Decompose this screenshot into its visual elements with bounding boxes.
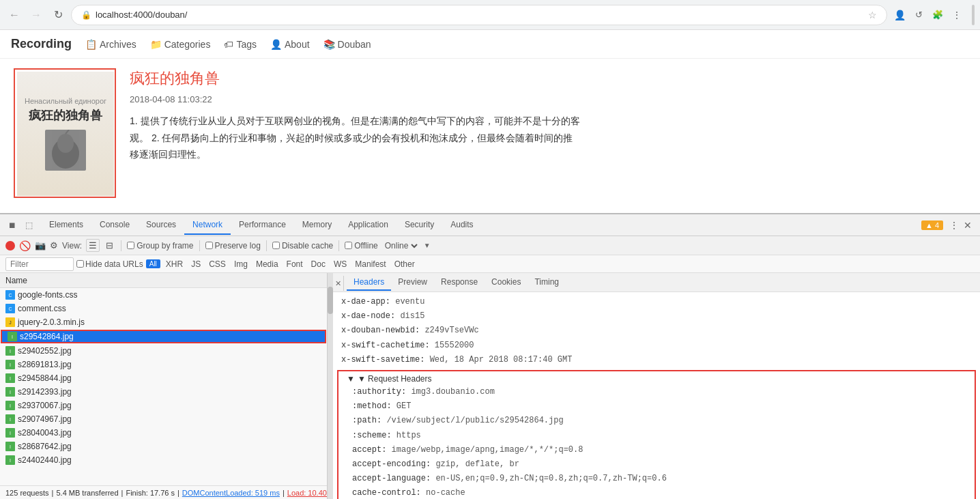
preserve-log-checkbox[interactable] <box>205 242 213 249</box>
reload-button[interactable]: ↻ <box>49 6 67 24</box>
disable-cache-checkbox[interactable] <box>272 242 280 249</box>
header-key: x-dae-node: <box>341 311 400 321</box>
list-item[interactable]: I s29542864.jpg <box>1 330 326 343</box>
tab-sources[interactable]: Sources <box>138 216 184 235</box>
network-status-bar: 125 requests | 5.4 MB transferred | Fini… <box>0 485 327 499</box>
detail-tab-bar: Headers Preview Response Cookies Timing <box>333 273 980 292</box>
filter-input[interactable] <box>5 257 74 271</box>
tab-elements[interactable]: Elements <box>41 216 91 235</box>
file-name: s28040043.jpg <box>18 428 72 438</box>
close-detail-button[interactable]: ✕ <box>333 276 344 291</box>
throttle-select[interactable]: Online <box>382 240 420 251</box>
load-time[interactable]: Load: 10.40 s <box>287 489 328 497</box>
filter-row: Hide data URLs All XHR JS CSS Img Media … <box>0 255 980 273</box>
network-toolbar: 🚫 📷 ⚙ View: ☰ ⊟ Group by frame Preserve … <box>0 236 980 255</box>
detail-tab-preview[interactable]: Preview <box>391 274 434 291</box>
filter-manifest[interactable]: Manifest <box>352 259 388 270</box>
filter-xhr[interactable]: XHR <box>163 259 186 270</box>
filter-css[interactable]: CSS <box>206 259 229 270</box>
menu-icon[interactable]: ⋮ <box>949 7 965 23</box>
header-value: no-cache <box>426 488 465 498</box>
detail-tab-response[interactable]: Response <box>434 274 485 291</box>
record-button[interactable] <box>5 241 15 251</box>
detail-tab-headers[interactable]: Headers <box>347 274 391 291</box>
list-item[interactable]: I s29074967.jpg <box>0 412 327 426</box>
profile-icon[interactable]: 👤 <box>891 7 908 23</box>
nav-about[interactable]: 👤 About <box>270 39 310 50</box>
camera-icon[interactable]: 📷 <box>35 240 46 251</box>
filter-img[interactable]: Img <box>231 259 250 270</box>
list-item[interactable]: J jquery-2.0.3.min.js <box>0 315 327 329</box>
close-devtools-button[interactable]: ✕ <box>961 218 975 232</box>
file-name: s29142393.jpg <box>18 387 72 397</box>
list-item[interactable]: C google-fonts.css <box>0 288 327 302</box>
file-name: comment.css <box>18 304 66 313</box>
list-item[interactable]: I s29458844.jpg <box>0 371 327 385</box>
window-resize-handle <box>972 5 975 25</box>
address-bar[interactable]: 🔒 localhost:4000/douban/ ☆ <box>71 5 887 25</box>
list-item[interactable]: I s28687642.jpg <box>0 440 327 453</box>
list-item[interactable]: I s28691813.jpg <box>0 358 327 371</box>
tab-memory[interactable]: Memory <box>294 216 340 235</box>
header-key: x-swift-savetime: <box>341 355 430 365</box>
filter-ws[interactable]: WS <box>331 259 349 270</box>
more-options-icon[interactable]: ⋮ <box>947 218 961 232</box>
devtools-icon-stop[interactable]: ⏹ <box>5 218 19 232</box>
list-view-button[interactable]: ☰ <box>86 239 100 252</box>
list-item[interactable]: I s24402440.jpg <box>0 453 327 467</box>
tab-network[interactable]: Network <box>184 216 231 235</box>
tab-console[interactable]: Console <box>91 216 138 235</box>
large-rows-button[interactable]: ⊟ <box>104 240 115 251</box>
list-item[interactable]: I s29142393.jpg <box>0 385 327 399</box>
header-key: accept-encoding: <box>352 459 435 469</box>
img-icon: I <box>5 373 15 383</box>
list-item[interactable]: I s29402552.jpg <box>0 344 327 358</box>
all-badge[interactable]: All <box>146 259 160 268</box>
request-headers-toggle[interactable]: ▼ ▼ Request Headers <box>338 373 975 385</box>
hide-data-urls-checkbox[interactable] <box>76 260 84 268</box>
extensions-icon[interactable]: 🧩 <box>929 7 946 23</box>
tab-application[interactable]: Application <box>340 216 397 235</box>
history-icon[interactable]: ↺ <box>910 7 927 23</box>
dom-content-loaded[interactable]: DOMContentLoaded: 519 ms <box>182 489 280 497</box>
detail-tab-timing[interactable]: Timing <box>528 274 566 291</box>
filter-js[interactable]: JS <box>188 259 203 270</box>
group-by-frame-checkbox[interactable] <box>127 242 134 249</box>
book-info: 疯狂的独角兽 2018-04-08 11:03:22 1. 提供了传统行业从业人… <box>130 68 580 198</box>
header-key: accept-language: <box>352 474 435 483</box>
devtools-icon-inspect[interactable]: ⬚ <box>22 218 35 232</box>
throttle-dropdown-arrow[interactable]: ▼ <box>424 242 431 249</box>
list-item[interactable]: C comment.css <box>0 302 327 315</box>
nav-categories[interactable]: 📁 Categories <box>150 39 211 50</box>
detail-tab-cookies[interactable]: Cookies <box>485 274 528 291</box>
offline-checkbox[interactable] <box>345 242 352 249</box>
js-icon: J <box>5 317 15 327</box>
disable-cache-label[interactable]: Disable cache <box>272 241 333 251</box>
group-by-frame-label[interactable]: Group by frame <box>127 241 193 251</box>
toggle-arrow-icon: ▼ <box>347 374 355 384</box>
forward-button[interactable]: → <box>27 6 45 24</box>
offline-label[interactable]: Offline <box>345 241 377 251</box>
filter-network-button[interactable]: ⚙ <box>50 240 58 251</box>
nav-douban[interactable]: 📚 Douban <box>323 39 371 50</box>
filter-media[interactable]: Media <box>253 259 281 270</box>
tab-security[interactable]: Security <box>397 216 442 235</box>
tab-audits[interactable]: Audits <box>442 216 481 235</box>
list-item[interactable]: I s29370067.jpg <box>0 399 327 412</box>
transferred-size: 5.4 MB transferred <box>56 489 118 497</box>
nav-archives[interactable]: 📋 Archives <box>85 39 136 50</box>
filter-other[interactable]: Other <box>392 259 418 270</box>
filter-font[interactable]: Font <box>284 259 306 270</box>
clear-network-button[interactable]: 🚫 <box>19 240 31 251</box>
nav-tags[interactable]: 🏷 Tags <box>224 39 257 50</box>
filter-doc[interactable]: Doc <box>308 259 328 270</box>
header-value: img3.doubanio.com <box>411 387 494 397</box>
site-brand: Recording <box>11 37 72 51</box>
about-icon: 👤 <box>270 39 282 50</box>
tab-performance[interactable]: Performance <box>231 216 294 235</box>
preserve-log-label[interactable]: Preserve log <box>205 241 261 251</box>
list-item[interactable]: I s28040043.jpg <box>0 426 327 440</box>
back-button[interactable]: ← <box>5 6 23 24</box>
hide-data-urls-label[interactable]: Hide data URLs <box>76 259 143 269</box>
file-list-scrollbar[interactable] <box>328 273 333 499</box>
